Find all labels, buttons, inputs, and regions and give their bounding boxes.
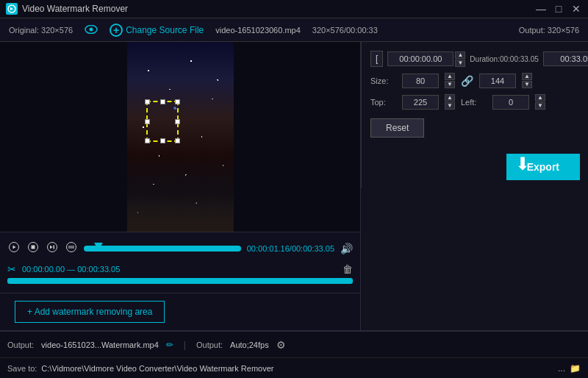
reset-button[interactable]: Reset — [370, 118, 424, 138]
add-watermark-area-button[interactable]: + Add watermark removing area — [15, 301, 165, 323]
start-time-spinner: ▲ ▼ — [455, 51, 465, 67]
start-bracket-button[interactable]: [ — [370, 51, 383, 67]
controls-panel: [ ▲ ▼ Duration:00:00:33.05 ▲ ▼ — [361, 42, 588, 146]
save-path-display: C:\Vidmore\Vidmore Video Converter\Video… — [41, 364, 553, 373]
original-size-label: Original: 320×576 — [9, 26, 73, 35]
end-time-input[interactable] — [543, 51, 588, 66]
top-spinner: ▲ ▼ — [445, 94, 455, 110]
timecode-display: 00:00:01.16/00:00:33.05 — [247, 244, 334, 253]
start-time-input[interactable] — [387, 51, 453, 66]
clip-track[interactable] — [7, 278, 353, 284]
left-input[interactable] — [492, 95, 529, 110]
top-up[interactable]: ▲ — [445, 94, 455, 101]
height-input[interactable] — [479, 74, 516, 88]
right-bottom-panel: ⬇ Export — [361, 146, 588, 188]
handle-bottom-right[interactable] — [175, 138, 180, 143]
minimize-button[interactable]: — — [535, 3, 547, 15]
svg-rect-9 — [68, 246, 74, 247]
output-format-value: Auto;24fps — [230, 340, 269, 349]
size-label: Size: — [370, 76, 396, 85]
size-row: Size: ▲ ▼ 🔗 ▲ ▼ — [370, 73, 580, 88]
open-folder-button[interactable]: 📁 — [570, 363, 581, 374]
app-window: Video Watermark Remover — □ ✕ Original: … — [0, 0, 588, 378]
window-controls: — □ ✕ — [535, 3, 582, 15]
output-filename: video-1651023...Watermark.mp4 — [41, 340, 159, 349]
width-input[interactable] — [402, 74, 439, 88]
handle-bottom-left[interactable] — [145, 138, 150, 143]
video-preview-area[interactable] — [0, 42, 360, 232]
settings-gear-icon[interactable]: ⚙ — [276, 339, 286, 351]
left-up[interactable]: ▲ — [535, 94, 545, 101]
volume-icon[interactable]: 🔊 — [340, 243, 353, 254]
frame-forward-button[interactable] — [46, 240, 59, 257]
width-spinner: ▲ ▼ — [445, 73, 455, 88]
width-up[interactable]: ▲ — [445, 73, 455, 80]
clip-row: ✂ 00:00:00.00 — 00:00:33.05 🗑 — [0, 260, 360, 278]
left-bottom-panel: + Add watermark removing area — [0, 293, 360, 330]
left-down[interactable]: ▼ — [535, 102, 545, 110]
output-format-label: Output: — [196, 340, 223, 349]
handle-bottom-middle[interactable] — [160, 138, 165, 143]
eye-toggle-button[interactable] — [85, 24, 98, 37]
edit-output-icon[interactable]: ✏ — [166, 340, 173, 350]
footer-output-row: Output: video-1651023...Watermark.mp4 ✏ … — [0, 331, 588, 357]
maximize-button[interactable]: □ — [553, 3, 564, 15]
download-arrow-icon: ⬇ — [515, 154, 530, 174]
timeline-fill — [84, 246, 241, 252]
width-down[interactable]: ▼ — [445, 81, 455, 88]
top-label: Top: — [370, 98, 396, 107]
height-up[interactable]: ▲ — [522, 73, 532, 80]
source-info: 320×576/00:00:33 — [312, 26, 378, 35]
top-input[interactable] — [402, 95, 439, 110]
start-time-down[interactable]: ▼ — [455, 60, 465, 67]
footer: Output: video-1651023...Watermark.mp4 ✏ … — [0, 330, 588, 378]
browse-button[interactable]: ... — [558, 363, 565, 374]
video-preview — [127, 42, 234, 232]
clip-icon: ✂ — [7, 263, 16, 275]
close-button[interactable]: ✕ — [570, 3, 582, 15]
handle-top-left[interactable] — [145, 99, 150, 104]
timeline-track[interactable] — [84, 246, 241, 252]
right-column: [ ▲ ▼ Duration:00:00:33.05 ▲ ▼ — [360, 42, 588, 330]
svg-rect-5 — [32, 246, 35, 249]
duration-label: Duration:00:00:33.05 — [470, 55, 538, 63]
svg-rect-7 — [54, 246, 55, 249]
watermark-selection-box[interactable] — [146, 101, 179, 142]
handle-top-middle[interactable] — [160, 99, 165, 104]
clip-track-area — [0, 278, 360, 288]
left-column: 00:00:01.16/00:00:33.05 🔊 ✂ 00:00:00.00 … — [0, 42, 360, 330]
timeline-thumb[interactable] — [94, 243, 103, 250]
timeline-area: 00:00:01.16/00:00:33.05 🔊 ✂ 00:00:00.00 … — [0, 232, 360, 293]
delete-clip-button[interactable]: 🗑 — [343, 263, 353, 275]
top-down[interactable]: ▼ — [445, 102, 455, 110]
chain-link-icon[interactable]: 🔗 — [461, 75, 473, 87]
source-filename: video-1651023060.mp4 — [215, 26, 301, 35]
stop-button[interactable] — [26, 240, 40, 257]
svg-rect-10 — [68, 248, 74, 249]
svg-point-8 — [67, 243, 76, 252]
clip-time-display: 00:00:00.00 — 00:00:33.05 — [22, 265, 337, 274]
app-icon — [6, 3, 18, 15]
save-row: Save to: C:\Vidmore\Vidmore Video Conver… — [0, 357, 588, 378]
handle-top-right[interactable] — [175, 99, 180, 104]
main-content: 00:00:01.16/00:00:33.05 🔊 ✂ 00:00:00.00 … — [0, 42, 588, 330]
clip-button[interactable] — [65, 240, 78, 257]
play-button[interactable] — [7, 240, 21, 257]
height-spinner: ▲ ▼ — [522, 73, 532, 88]
time-row: [ ▲ ▼ Duration:00:00:33.05 ▲ ▼ — [370, 51, 580, 67]
add-icon: + — [110, 24, 123, 37]
titlebar: Video Watermark Remover — □ ✕ — [0, 0, 588, 18]
change-source-button[interactable]: + Change Source File — [110, 24, 204, 37]
start-time-up[interactable]: ▲ — [455, 51, 465, 59]
handle-middle-right[interactable] — [175, 119, 180, 124]
left-label: Left: — [461, 98, 487, 107]
output-label: Output: — [7, 340, 34, 349]
svg-point-2 — [90, 27, 93, 31]
output-size-label: Output: 320×576 — [519, 26, 579, 35]
left-spinner: ▲ ▼ — [535, 94, 545, 110]
handle-middle-left[interactable] — [145, 119, 150, 124]
position-row: Top: ▲ ▼ Left: ▲ ▼ — [370, 94, 580, 110]
transport-row: 00:00:01.16/00:00:33.05 🔊 — [0, 237, 360, 260]
height-down[interactable]: ▼ — [522, 81, 532, 88]
app-title: Video Watermark Remover — [22, 4, 535, 14]
